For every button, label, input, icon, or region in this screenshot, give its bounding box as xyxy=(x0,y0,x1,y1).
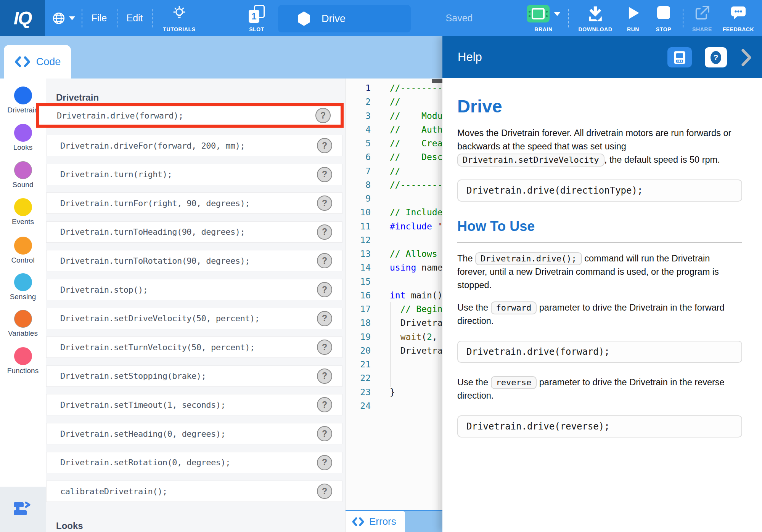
command-row[interactable]: Drivetrain.turnFor(right, 90, degrees);? xyxy=(46,192,342,214)
code-line[interactable]: 7// xyxy=(346,164,442,178)
command-help-button[interactable]: ? xyxy=(317,311,332,326)
code-line[interactable]: 17 // Begin xyxy=(346,302,442,316)
code-line[interactable]: 21 xyxy=(346,357,442,371)
command-row[interactable]: Drivetrain.driveFor(forward, 200, mm);? xyxy=(46,135,342,156)
command-help-button[interactable]: ? xyxy=(317,484,332,499)
command-row[interactable]: Drivetrain.turn(right);? xyxy=(46,164,342,185)
code-line[interactable]: 5// Created: xyxy=(346,136,442,150)
line-number: 12 xyxy=(346,235,371,245)
stop-button[interactable]: STOP xyxy=(646,0,681,36)
line-number: 18 xyxy=(346,318,371,328)
code-line[interactable]: 14using namespace xyxy=(346,261,442,274)
command-row[interactable]: Drivetrain.setStopping(brake);? xyxy=(46,365,342,387)
command-help-button[interactable]: ? xyxy=(317,224,332,240)
edit-menu-button[interactable]: Edit xyxy=(119,0,150,36)
code-text: // Included xyxy=(390,207,442,217)
sidebar-item-events[interactable]: Events xyxy=(0,198,46,226)
command-help-button[interactable]: ? xyxy=(317,369,332,384)
code-line[interactable]: 1//---------------------------- xyxy=(346,81,442,95)
sidebar-item-functions[interactable]: Functions xyxy=(0,347,46,375)
category-color-dot xyxy=(14,87,32,104)
command-help-button[interactable]: ? xyxy=(317,195,332,211)
tab-errors[interactable]: Errors xyxy=(346,511,405,532)
command-help-button[interactable]: ? xyxy=(317,282,332,297)
slot-button[interactable]: 1 SLOT xyxy=(233,0,280,36)
category-color-dot xyxy=(14,273,32,291)
code-line[interactable]: 20 Drivetrain xyxy=(346,344,442,357)
command-row[interactable]: Drivetrain.stop();? xyxy=(46,279,342,300)
brain-icon xyxy=(527,5,550,22)
code-line[interactable]: 9 xyxy=(346,192,442,205)
code-editor[interactable]: 1//----------------------------2//3// Mo… xyxy=(346,79,442,532)
code-line[interactable]: 15 xyxy=(346,275,442,288)
sidebar-item-variables[interactable]: Variables xyxy=(0,310,46,338)
sidebar-item-looks[interactable]: Looks xyxy=(0,124,46,152)
category-color-dot xyxy=(14,237,32,255)
code-line[interactable]: 12 xyxy=(346,233,442,247)
code-line[interactable]: 13// Allows xyxy=(346,247,442,261)
code-line[interactable]: 24 xyxy=(346,399,442,413)
category-sidebar: DrivetrainLooksSoundEventsControlSensing… xyxy=(0,79,46,487)
code-text: Drivetrain xyxy=(390,346,442,356)
tutorials-button[interactable]: TUTORIALS xyxy=(153,0,206,36)
code-line[interactable]: 2// xyxy=(346,95,442,109)
command-row[interactable]: Drivetrain.setTimeout(1, seconds);? xyxy=(46,394,342,415)
tutorials-label: TUTORIALS xyxy=(163,26,195,32)
language-menu-button[interactable] xyxy=(47,0,80,36)
file-menu-button[interactable]: File xyxy=(83,0,115,36)
line-number: 15 xyxy=(346,277,371,287)
share-button[interactable]: SHARE xyxy=(683,0,721,36)
command-list: Drivetrain.drive(forward);?Drivetrain.dr… xyxy=(46,79,345,532)
command-help-button[interactable]: ? xyxy=(317,455,332,470)
code-line[interactable]: 3// Module: xyxy=(346,109,442,123)
code-line[interactable]: 19 wait(2, xyxy=(346,330,442,344)
stop-icon xyxy=(657,6,670,19)
category-color-dot xyxy=(14,347,32,365)
command-help-button[interactable]: ? xyxy=(317,426,332,441)
brain-button[interactable]: BRAIN xyxy=(519,0,568,36)
command-row[interactable]: Drivetrain.turnToHeading(90, degrees);? xyxy=(46,221,342,243)
command-help-button[interactable]: ? xyxy=(315,108,331,123)
download-icon xyxy=(587,5,603,22)
command-row[interactable]: Drivetrain.turnToRotation(90, degrees);? xyxy=(46,250,342,271)
help-collapse-button[interactable] xyxy=(741,48,752,68)
code-lines: 1//----------------------------2//3// Mo… xyxy=(346,81,442,413)
help-device-button[interactable] xyxy=(667,47,692,67)
code-line[interactable]: 10// Included xyxy=(346,205,442,219)
help-question-button[interactable]: ? xyxy=(705,47,727,67)
toolbar-divider xyxy=(568,9,569,27)
editor-scrollbar-thumb[interactable] xyxy=(432,79,442,83)
command-help-button[interactable]: ? xyxy=(317,167,332,182)
command-row[interactable]: Drivetrain.setDriveVelocity(50, percent)… xyxy=(46,308,342,329)
code-line[interactable]: 16int main() { xyxy=(346,288,442,302)
blocks-text-toggle-button[interactable] xyxy=(0,487,46,532)
feedback-button[interactable]: FEEDBACK xyxy=(716,0,761,36)
code-line[interactable]: 18 Drivetrain xyxy=(346,316,442,330)
sidebar-item-control[interactable]: Control xyxy=(0,237,46,264)
code-line[interactable]: 22 xyxy=(346,371,442,385)
command-help-button[interactable]: ? xyxy=(317,138,332,153)
project-name-tab[interactable]: Drive xyxy=(278,5,411,32)
tab-code[interactable]: Code xyxy=(4,45,71,79)
code-line[interactable]: 8//---------------------------- xyxy=(346,178,442,192)
sidebar-item-sound[interactable]: Sound xyxy=(0,161,46,189)
command-row[interactable]: calibrateDrivetrain();? xyxy=(46,481,342,502)
toolbar-divider xyxy=(117,9,117,27)
code-line[interactable]: 4// Author: xyxy=(346,123,442,136)
command-help-button[interactable]: ? xyxy=(317,253,332,268)
toolbar-divider xyxy=(82,9,82,27)
editor-scrollbar-track[interactable] xyxy=(439,79,439,532)
command-row[interactable]: Drivetrain.setTurnVelocity(50, percent);… xyxy=(46,337,342,358)
code-line[interactable]: 23} xyxy=(346,385,442,399)
command-row[interactable]: Drivetrain.setRotation(0, degrees);? xyxy=(46,452,342,473)
code-line[interactable]: 6// Descrip xyxy=(346,150,442,164)
command-help-button[interactable]: ? xyxy=(317,397,332,412)
download-button[interactable]: DOWNLOAD xyxy=(574,0,617,36)
sidebar-item-sensing[interactable]: Sensing xyxy=(0,273,46,301)
command-text: Drivetrain.drive(forward); xyxy=(57,111,183,120)
command-help-button[interactable]: ? xyxy=(317,340,332,355)
code-line[interactable]: 11#include "vex.h" xyxy=(346,220,442,233)
command-row-selected[interactable]: Drivetrain.drive(forward);? xyxy=(39,106,341,125)
command-row[interactable]: Drivetrain.setHeading(0, degrees);? xyxy=(46,423,342,444)
line-number: 19 xyxy=(346,332,371,342)
